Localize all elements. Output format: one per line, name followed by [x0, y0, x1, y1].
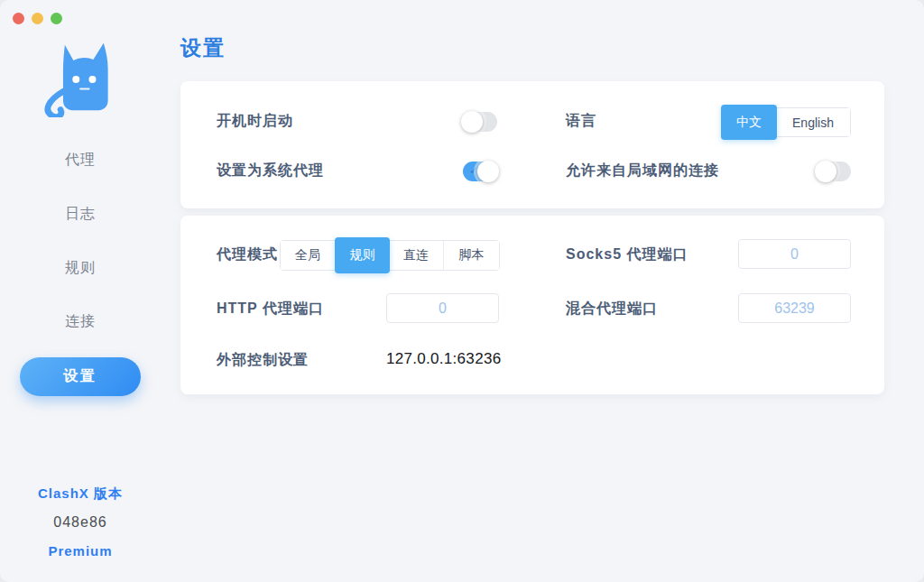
language-label: 语言 [566, 112, 596, 131]
sidebar: 代理 日志 规则 连接 设置 ClashX 版本 048e86 Premium [0, 0, 161, 582]
http-port-input[interactable] [386, 293, 499, 323]
allow-lan-toggle[interactable]: ✓ [817, 162, 851, 181]
proxy-mode-option-global[interactable]: 全局 [281, 241, 336, 270]
version-hash: 048e86 [0, 514, 161, 531]
external-control-label: 外部控制设置 [217, 351, 309, 370]
external-control-address: 127.0.0.1:63236 [386, 350, 501, 368]
toggle-knob [477, 161, 499, 182]
system-proxy-toggle[interactable]: ✓ [463, 162, 497, 181]
clashx-settings-window: 代理 日志 规则 连接 设置 ClashX 版本 048e86 Premium … [0, 0, 924, 582]
sidebar-item-rules[interactable]: 规则 [0, 259, 161, 278]
socks5-port-input[interactable] [738, 239, 851, 269]
clashx-cat-logo [38, 40, 125, 117]
page-title: 设置 [180, 34, 226, 62]
proxy-settings-card: 代理模式 全局 规则 直连 脚本 Socks5 代理端口 HTTP 代理端口 混… [180, 216, 884, 394]
proxy-mode-option-script[interactable]: 脚本 [444, 241, 499, 270]
proxy-mode-option-rule[interactable]: 规则 [335, 237, 390, 273]
mixed-port-input[interactable] [738, 293, 851, 323]
socks5-port-label: Socks5 代理端口 [566, 245, 688, 264]
sidebar-item-settings-active[interactable]: 设置 [20, 357, 141, 396]
toggle-knob [461, 111, 483, 133]
toggle-knob [815, 161, 836, 182]
proxy-mode-label: 代理模式 [217, 245, 278, 264]
language-option-english[interactable]: English [776, 108, 850, 136]
allow-lan-label: 允许来自局域网的连接 [566, 162, 719, 180]
language-option-chinese[interactable]: 中文 [721, 105, 777, 140]
general-settings-card: 开机时启动 ✓ 语言 中文 English 设置为系统代理 ✓ 允许来自局域网的… [180, 81, 884, 208]
start-at-login-label: 开机时启动 [217, 112, 293, 131]
premium-label-link[interactable]: Premium [0, 543, 161, 559]
proxy-mode-segmented-control: 全局 规则 直连 脚本 [280, 240, 500, 271]
sidebar-item-connections[interactable]: 连接 [0, 312, 161, 331]
http-port-label: HTTP 代理端口 [217, 300, 324, 319]
system-proxy-label: 设置为系统代理 [217, 162, 324, 180]
sidebar-item-logs[interactable]: 日志 [0, 205, 161, 224]
proxy-mode-option-direct[interactable]: 直连 [389, 241, 444, 270]
mixed-port-label: 混合代理端口 [566, 300, 658, 319]
sidebar-item-proxy[interactable]: 代理 [0, 151, 161, 170]
start-at-login-toggle[interactable]: ✓ [463, 112, 497, 132]
language-segmented-control: 中文 English [721, 107, 851, 137]
version-label-link[interactable]: ClashX 版本 [0, 485, 161, 503]
